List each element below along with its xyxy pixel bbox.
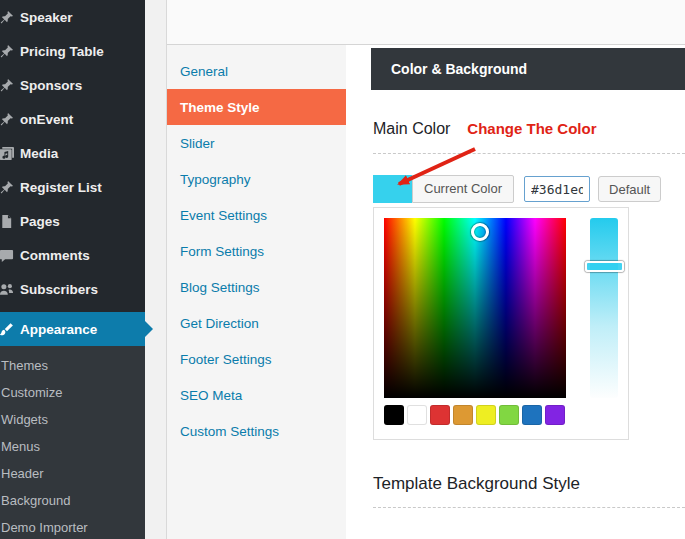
brush-icon [0,322,14,337]
admin-sidebar: Speaker Pricing Table Sponsors onEvent M… [0,0,145,539]
swatch-blue[interactable] [522,405,542,425]
pin-icon [0,10,14,25]
default-color-button[interactable]: Default [598,176,661,202]
sidebar-item-speaker[interactable]: Speaker [0,0,145,34]
sidebar-item-pricing-table[interactable]: Pricing Table [0,34,145,68]
submenu-item-background[interactable]: Background [0,487,145,514]
preset-swatch-row [384,405,618,425]
saturation-gradient-square[interactable] [384,218,566,398]
picker-top [384,218,618,398]
submenu-item-widgets[interactable]: Widgets [0,406,145,433]
lightness-slider-handle[interactable] [585,261,624,272]
color-picker-panel [373,207,629,440]
settings-content: Color & Background Main Color Change The… [346,45,685,539]
comments-icon [0,248,14,263]
pin-icon [0,180,14,195]
main-color-label: Main Color [373,120,450,138]
sidebar-item-comments[interactable]: Comments [0,238,145,272]
swatch-black[interactable] [384,405,404,425]
sidebar-item-pages[interactable]: Pages [0,204,145,238]
tab-general[interactable]: General [167,53,346,89]
current-color-swatch [373,175,412,203]
panel-body: General Theme Style Slider Typography Ev… [167,45,685,539]
tab-seo-meta[interactable]: SEO Meta [167,377,346,413]
change-color-annotation: Change The Color [467,120,596,137]
users-icon [0,282,14,297]
pin-icon [0,112,14,127]
color-controls-row: Current Color Default [373,175,685,203]
submenu-item-menus[interactable]: Menus [0,433,145,460]
tab-form-settings[interactable]: Form Settings [167,233,346,269]
submenu-item-customize[interactable]: Customize [0,379,145,406]
panel-title-bar [167,0,685,45]
sidebar-item-label: Media [20,146,58,161]
sidebar-item-label: Speaker [20,10,73,25]
pin-icon [0,78,14,93]
tab-theme-style[interactable]: Theme Style [167,89,346,125]
tab-footer-settings[interactable]: Footer Settings [167,341,346,377]
tab-get-direction[interactable]: Get Direction [167,305,346,341]
sidebar-item-media[interactable]: Media [0,136,145,170]
pages-icon [0,214,14,229]
sidebar-item-label: Pricing Table [20,44,104,59]
tab-slider[interactable]: Slider [167,125,346,161]
tab-blog-settings[interactable]: Blog Settings [167,269,346,305]
swatch-red[interactable] [430,405,450,425]
lightness-slider[interactable] [590,218,618,398]
submenu-item-demo-importer[interactable]: Demo Importer [0,514,145,539]
swatch-white[interactable] [407,405,427,425]
sidebar-item-label: Appearance [20,322,97,337]
sidebar-item-label: Comments [20,248,90,263]
main-color-section: Main Color Change The Color Current Colo… [346,120,685,508]
template-background-style-label: Template Background Style [373,474,580,493]
tab-custom-settings[interactable]: Custom Settings [167,413,346,449]
hex-color-input[interactable] [524,176,590,202]
tab-event-settings[interactable]: Event Settings [167,197,346,233]
sidebar-item-label: Register List [20,180,102,195]
sidebar-item-subscribers[interactable]: Subscribers [0,272,145,306]
color-marker-handle[interactable] [471,223,489,241]
swatch-yellow[interactable] [476,405,496,425]
tab-typography[interactable]: Typography [167,161,346,197]
swatch-orange[interactable] [453,405,473,425]
sidebar-item-label: Pages [20,214,60,229]
sidebar-item-appearance[interactable]: Appearance [0,312,145,346]
wp-admin-screen: Speaker Pricing Table Sponsors onEvent M… [0,0,685,539]
submenu-item-header[interactable]: Header [0,460,145,487]
swatch-purple[interactable] [545,405,565,425]
sidebar-item-register-list[interactable]: Register List [0,170,145,204]
current-color-button-label: Current Color [412,175,514,203]
main-color-row-title: Main Color Change The Color [373,120,685,154]
current-color-button[interactable]: Current Color [373,175,514,203]
pin-icon [0,44,14,59]
appearance-submenu: Themes Customize Widgets Menus Header Ba… [0,346,145,539]
swatch-green[interactable] [499,405,519,425]
sidebar-item-label: Subscribers [20,282,98,297]
sidebar-item-label: Sponsors [20,78,82,93]
theme-options-panel: General Theme Style Slider Typography Ev… [166,0,685,539]
sidebar-item-onevent[interactable]: onEvent [0,102,145,136]
media-icon [0,146,14,161]
settings-tab-rail: General Theme Style Slider Typography Ev… [167,45,346,539]
sidebar-item-label: onEvent [20,112,73,127]
template-background-row-title: Template Background Style [373,474,685,508]
sidebar-item-sponsors[interactable]: Sponsors [0,68,145,102]
submenu-item-themes[interactable]: Themes [0,352,145,379]
section-header-color-background: Color & Background [371,48,685,90]
